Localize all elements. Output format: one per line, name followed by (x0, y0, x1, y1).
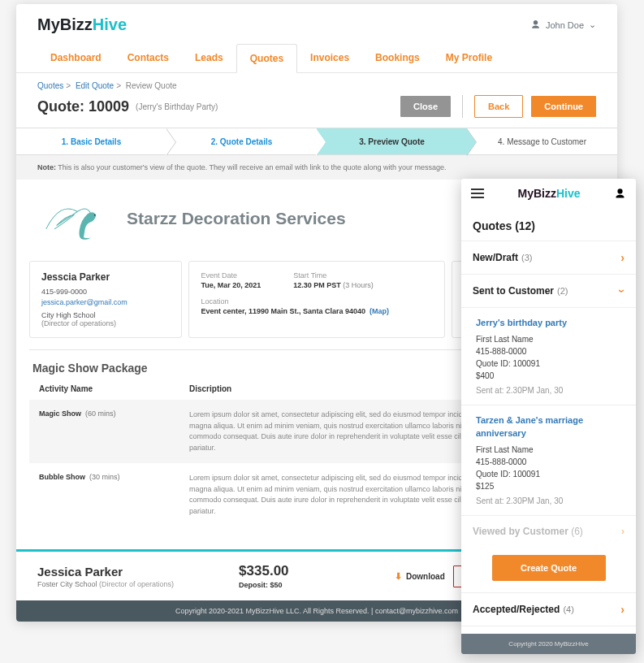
event-date-label: Event Date (201, 271, 261, 280)
note-bar: Note: This is also your customer's view … (16, 155, 617, 180)
download-button[interactable]: ⬇ Download (395, 571, 445, 582)
download-label: Download (406, 572, 445, 581)
tab-invoices[interactable]: Invoices (297, 44, 362, 72)
customer-phone: 415-999-0000 (41, 288, 170, 296)
crumb-quotes[interactable]: Quotes (37, 81, 63, 90)
location: Event center, 11990 Main St., Santa Clar… (201, 307, 432, 315)
mobile-section-title: Quotes (12) (461, 208, 636, 241)
download-icon: ⬇ (395, 571, 402, 582)
tab-profile[interactable]: My Profile (433, 44, 505, 72)
step-basic[interactable]: 1. Basic Details (16, 128, 166, 154)
page-subtitle: (Jerry's Birthday Party) (136, 102, 218, 111)
chevron-down-icon: ⌄ (589, 20, 596, 30)
mobile-footer: Copyright 2020 MyBizzHive (461, 634, 636, 654)
note-text: This is also your customer's view of the… (56, 163, 447, 171)
event-card: Event Date Tue, Mar 20, 2021 Start Time … (188, 261, 444, 338)
brand-logo: MyBizzHive (37, 15, 127, 34)
group-sent[interactable]: Sent to Customer(2) › (461, 275, 636, 308)
company-logo-icon (37, 194, 110, 243)
crumb-edit[interactable]: Edit Quote (76, 81, 114, 90)
breadcrumb: Quotes> Edit Quote> Review Quote (16, 73, 617, 95)
brand-hive: Hive (93, 15, 127, 33)
chevron-right-icon: › (620, 251, 625, 264)
customer-org: City High School (41, 311, 170, 319)
quote-id: Quote ID: 100091 (476, 358, 625, 370)
back-button[interactable]: Back (474, 95, 523, 118)
customer-role: (Director of operations) (41, 319, 170, 327)
group-new-draft[interactable]: New/Draft(3) › (461, 241, 636, 275)
event-date: Tue, Mar 20, 2021 (201, 281, 261, 289)
quote-title: Jerry's birthday party (476, 316, 625, 330)
main-tabs: Dashboard Contacts Leads Quotes Invoices… (16, 44, 617, 73)
tab-bookings[interactable]: Bookings (362, 44, 433, 72)
tab-leads[interactable]: Leads (182, 44, 236, 72)
customer-email[interactable]: jessica.parker@gmail.com (41, 298, 170, 306)
customer-card: Jesscia Parker 415-999-0000 jessica.park… (29, 261, 182, 338)
divider (462, 95, 463, 118)
start-time-label: Start Time (293, 271, 374, 280)
quote-title: Tarzen & Jane's marriage anniversary (476, 414, 625, 440)
quote-customer: First Last Name (476, 333, 625, 345)
title-row: Quote: 10009 (Jerry's Birthday Party) Cl… (16, 95, 617, 128)
chevron-right-icon: › (621, 526, 625, 537)
note-label: Note: (37, 163, 56, 171)
quote-id: Quote ID: 100091 (476, 468, 625, 480)
user-icon[interactable] (614, 188, 626, 200)
quote-amount: $125 (476, 480, 625, 492)
mobile-brand: MyBizzHive (484, 187, 614, 200)
quote-phone: 415-888-0000 (476, 345, 625, 358)
close-button[interactable]: Close (400, 96, 451, 117)
menu-icon[interactable] (471, 188, 484, 198)
svg-point-0 (94, 214, 96, 216)
create-quote-button[interactable]: Create Quote (492, 555, 606, 581)
step-preview[interactable]: 3. Preview Quote (317, 128, 467, 154)
crumb-current: Review Quote (126, 81, 177, 90)
start-time: 12.30 PM PST (3 Hours) (293, 281, 374, 289)
summary-org: Foster City School (Director of operatio… (37, 580, 174, 588)
activity-name: Bubble Show (39, 473, 85, 481)
customer-name: Jesscia Parker (41, 271, 170, 283)
group-viewed[interactable]: Viewed by Customer (6) › (461, 516, 636, 547)
summary-name: Jessica Parker (37, 565, 174, 578)
continue-button[interactable]: Continue (531, 96, 596, 117)
step-quote-details[interactable]: 2. Quote Details (166, 128, 317, 154)
mobile-window: MyBizzHive Quotes (12) New/Draft(3) › Se… (461, 179, 636, 654)
location-label: Location (201, 297, 432, 306)
user-name: John Doe (546, 20, 584, 30)
chevron-right-icon: › (620, 603, 625, 616)
chevron-down-icon: › (616, 289, 629, 293)
tab-contacts[interactable]: Contacts (115, 44, 182, 72)
activity-name: Magic Show (39, 410, 81, 418)
title-actions: Close Back Continue (400, 95, 596, 118)
quote-sent: Sent at: 2.30PM Jan, 30 (476, 384, 625, 396)
user-menu[interactable]: John Doe ⌄ (530, 20, 596, 30)
map-link[interactable]: (Map) (370, 307, 389, 315)
group-accepted[interactable]: Accepted/Rejected(4) › (461, 592, 636, 626)
brand-my: MyBizz (37, 15, 93, 33)
total-amount: $335.00 (239, 563, 288, 579)
quote-sent: Sent at: 2.30PM Jan, 30 (476, 495, 625, 507)
quote-item[interactable]: Tarzen & Jane's marriage anniversary Fir… (461, 405, 636, 516)
summary-total: $335.00 Deposit: $50 (239, 563, 288, 589)
quote-phone: 415-888-0000 (476, 456, 625, 468)
activity-duration: (30 mins) (89, 473, 120, 481)
tab-quotes[interactable]: Quotes (236, 44, 297, 73)
deposit-amount: Deposit: $50 (239, 581, 288, 589)
step-message: 4. Message to Customer (467, 128, 617, 154)
mobile-header: MyBizzHive (461, 179, 636, 208)
company-name: Starzz Decoration Services (127, 209, 346, 228)
header: MyBizzHive John Doe ⌄ (16, 4, 617, 37)
page-title: Quote: 10009 (37, 98, 129, 115)
activity-duration: (60 mins) (85, 410, 116, 418)
stepper: 1. Basic Details 2. Quote Details 3. Pre… (16, 128, 617, 155)
tab-dashboard[interactable]: Dashboard (37, 44, 115, 72)
quote-amount: $400 (476, 370, 625, 382)
col-activity: Activity Name (39, 384, 189, 393)
quote-item[interactable]: Jerry's birthday party First Last Name 4… (461, 308, 636, 405)
user-icon (530, 20, 541, 30)
quote-customer: First Last Name (476, 444, 625, 456)
